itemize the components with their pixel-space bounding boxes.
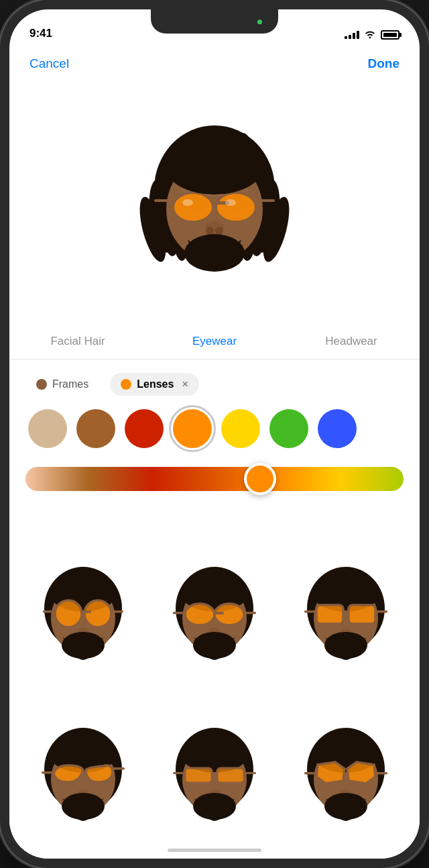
svg-point-29 [196, 254, 233, 270]
svg-rect-62 [316, 605, 343, 624]
svg-point-26 [206, 227, 214, 235]
svg-rect-100 [375, 772, 387, 775]
memoji-avatar [134, 122, 295, 283]
status-icons [345, 29, 400, 40]
svg-point-23 [182, 199, 193, 206]
svg-rect-76 [113, 767, 125, 770]
svg-rect-55 [173, 612, 185, 614]
svg-rect-74 [83, 771, 86, 774]
phone-shell: 9:41 Cancel Done [0, 0, 429, 868]
swatch-yellow[interactable] [221, 409, 260, 448]
svg-rect-54 [214, 612, 224, 614]
home-indicator [168, 849, 261, 852]
svg-rect-67 [304, 610, 316, 613]
color-slider[interactable] [25, 463, 404, 495]
svg-rect-98 [345, 772, 347, 775]
eyewear-option-5[interactable] [154, 698, 275, 848]
eyewear-option-6[interactable] [286, 698, 406, 848]
svg-rect-87 [173, 772, 185, 774]
frames-chip-dot [36, 379, 47, 390]
svg-rect-56 [244, 612, 256, 614]
eyewear-option-4[interactable] [23, 698, 143, 848]
svg-rect-75 [42, 771, 54, 774]
wifi-icon [364, 29, 376, 40]
svg-rect-42 [82, 610, 91, 613]
color-picker-area: Frames Lenses ✕ [9, 360, 420, 514]
color-slider-track [25, 467, 404, 491]
swatch-green[interactable] [269, 409, 308, 448]
avatar-preview [9, 82, 420, 323]
tab-facial-hair[interactable]: Facial Hair [9, 335, 146, 348]
swatch-brown[interactable] [76, 409, 115, 448]
svg-rect-66 [343, 610, 349, 613]
battery-fill [383, 33, 397, 37]
svg-rect-86 [212, 772, 217, 775]
svg-rect-68 [375, 610, 387, 613]
eyewear-option-3[interactable] [286, 537, 406, 687]
color-slider-thumb[interactable] [244, 463, 276, 495]
status-time: 9:41 [29, 27, 52, 40]
color-swatches [25, 409, 404, 448]
svg-rect-88 [244, 772, 256, 774]
svg-rect-82 [185, 768, 212, 783]
svg-rect-43 [43, 610, 55, 613]
cancel-button[interactable]: Cancel [29, 56, 69, 71]
svg-point-24 [225, 199, 236, 206]
eyewear-option-1[interactable] [23, 537, 143, 687]
tab-eyewear[interactable]: Eyewear [146, 335, 283, 348]
tab-headwear[interactable]: Headwear [283, 335, 420, 348]
notch [151, 9, 278, 34]
done-button[interactable]: Done [368, 56, 400, 71]
svg-rect-44 [111, 610, 123, 613]
signal-bar-2 [349, 35, 351, 39]
lenses-chip-close[interactable]: ✕ [182, 380, 188, 389]
svg-rect-64 [349, 605, 375, 624]
signal-bar-1 [345, 36, 347, 39]
svg-rect-22 [256, 199, 275, 202]
svg-rect-21 [154, 199, 173, 202]
frames-chip[interactable]: Frames [25, 373, 99, 396]
battery-icon [381, 30, 400, 40]
swatch-tan[interactable] [28, 409, 67, 448]
screen: 9:41 Cancel Done [9, 9, 420, 859]
filter-chips: Frames Lenses ✕ [25, 373, 404, 396]
swatch-red[interactable] [125, 409, 164, 448]
eyewear-option-2[interactable] [154, 537, 275, 687]
signal-bar-3 [353, 33, 355, 39]
lenses-chip[interactable]: Lenses ✕ [110, 373, 199, 396]
category-tabs: Facial Hair Eyewear Headwear [9, 323, 420, 360]
lenses-chip-dot [121, 379, 131, 390]
svg-rect-99 [304, 772, 316, 775]
nav-bar: Cancel Done [9, 46, 420, 82]
swatch-orange[interactable] [173, 409, 212, 448]
camera-dot [257, 19, 262, 24]
signal-icon [345, 31, 359, 39]
signal-bar-4 [357, 31, 359, 39]
swatch-blue[interactable] [318, 409, 357, 448]
eyewear-grid [9, 526, 420, 859]
svg-rect-84 [217, 768, 244, 783]
svg-point-27 [215, 227, 223, 235]
